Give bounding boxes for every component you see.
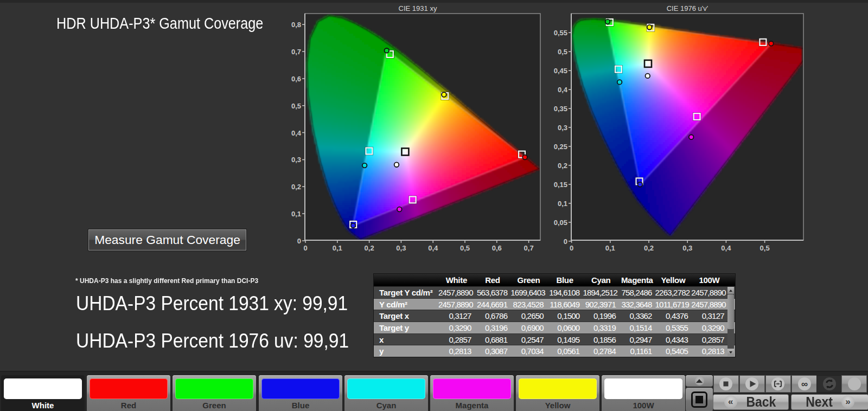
svg-text:0,4: 0,4 (428, 244, 438, 252)
svg-text:0,55: 0,55 (554, 29, 567, 37)
svg-text:0,5: 0,5 (291, 102, 301, 110)
svg-text:∞: ∞ (801, 379, 807, 389)
svg-text:0,5: 0,5 (460, 244, 470, 252)
svg-text:CIE 1976 u'v': CIE 1976 u'v' (667, 4, 709, 12)
svg-text:0,2: 0,2 (365, 244, 374, 252)
svg-text:0,2: 0,2 (291, 183, 301, 191)
svg-text:0,05: 0,05 (554, 219, 567, 227)
svg-text:0,4: 0,4 (558, 86, 568, 94)
svg-text:0,35: 0,35 (554, 105, 567, 113)
svg-text:0,45: 0,45 (554, 67, 567, 75)
svg-text:0,3: 0,3 (396, 244, 406, 252)
svg-text:0: 0 (570, 244, 573, 252)
svg-text:0,2: 0,2 (644, 244, 654, 252)
svg-text:0: 0 (297, 237, 301, 245)
svg-text:0,1: 0,1 (291, 210, 301, 218)
svg-text:0,3: 0,3 (682, 244, 692, 252)
svg-text:0,15: 0,15 (554, 181, 567, 189)
svg-text:0: 0 (303, 244, 307, 252)
svg-text:0,1: 0,1 (605, 244, 615, 252)
svg-text:0,3: 0,3 (558, 124, 567, 132)
svg-text:0,5: 0,5 (760, 244, 770, 252)
svg-text:0,4: 0,4 (291, 129, 302, 137)
svg-text:0,6: 0,6 (492, 244, 502, 252)
svg-text:CIE 1931 xy: CIE 1931 xy (399, 4, 437, 12)
svg-text:0,8: 0,8 (291, 21, 301, 29)
svg-text:0,5: 0,5 (558, 48, 567, 56)
svg-text:0,2: 0,2 (558, 162, 567, 170)
svg-text:0,1: 0,1 (333, 244, 342, 252)
svg-text:0,25: 0,25 (554, 143, 567, 151)
svg-text:0,7: 0,7 (291, 48, 301, 56)
svg-text:0,4: 0,4 (721, 244, 731, 252)
svg-text:0,7: 0,7 (524, 244, 534, 252)
svg-text:0,6: 0,6 (291, 75, 301, 83)
svg-text:0,3: 0,3 (291, 156, 301, 164)
svg-text:0: 0 (564, 237, 567, 246)
svg-text:0,1: 0,1 (558, 200, 567, 208)
